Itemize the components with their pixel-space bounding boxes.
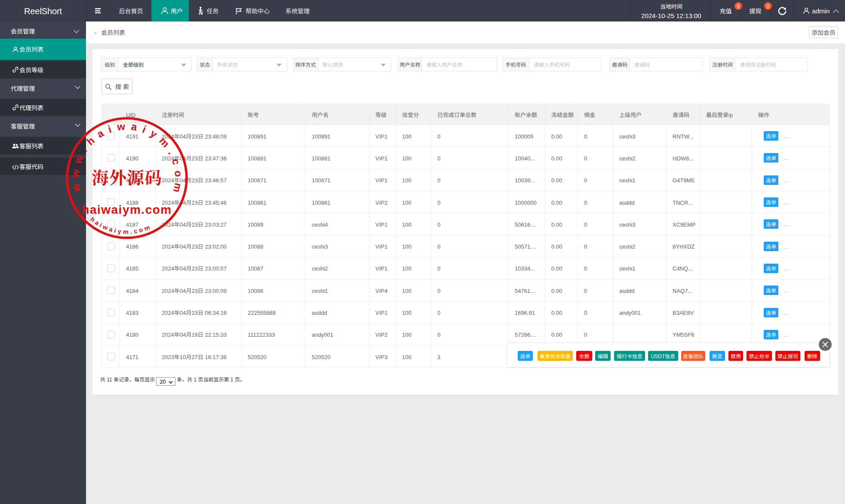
svg-text:haiwaiym.com: haiwaiym.com [89, 215, 153, 235]
svg-text:haiwaiym.com: haiwaiym.com [82, 203, 172, 216]
svg-text:海外源码: 海外源码 [92, 164, 162, 189]
